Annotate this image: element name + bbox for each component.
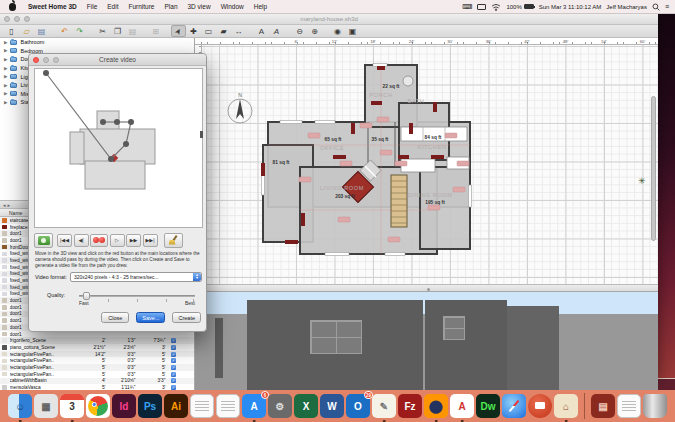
menu-clock[interactable]: Sun Mar 3 11:10:12 AM <box>539 4 602 10</box>
dock-icon[interactable] <box>216 394 240 418</box>
toolbar-button[interactable]: ✂ <box>95 25 110 37</box>
dock-icon[interactable] <box>643 394 667 418</box>
playback-button[interactable]: ▶▶ <box>126 234 141 247</box>
floor-plan[interactable]: N <box>195 38 658 299</box>
playback-button[interactable]: ◀| <box>74 234 89 247</box>
toolbar-button[interactable]: ▤ <box>34 25 49 37</box>
toolbar-button[interactable]: ⊕ <box>307 25 322 37</box>
keyboard-icon[interactable]: ⌨ <box>462 3 472 11</box>
apple-menu-icon[interactable] <box>9 3 16 11</box>
playback-button[interactable] <box>90 234 108 247</box>
visible-checkbox[interactable]: ✓ <box>171 352 176 357</box>
compass[interactable]: N <box>228 92 252 123</box>
tree-symbol[interactable]: ✳ <box>638 176 646 186</box>
dock-icon[interactable]: ☺ <box>8 394 32 418</box>
toolbar-button[interactable]: ✚ <box>186 25 201 37</box>
toolbar-button[interactable]: ⊖ <box>292 25 307 37</box>
preview-resize-grip[interactable] <box>200 131 203 138</box>
dock-icon[interactable]: ✎ <box>372 394 396 418</box>
toolbar-button[interactable]: ↷ <box>72 25 87 37</box>
furniture-row[interactable]: rectangularFivePan.. 5' 0'3" 5' ✓ <box>0 364 194 371</box>
toolbar-button[interactable]: ↶ <box>57 25 72 37</box>
toolbar-button[interactable]: ➤ <box>171 25 186 37</box>
display-icon[interactable] <box>477 4 486 10</box>
visible-checkbox[interactable]: ✓ <box>171 365 176 370</box>
video-format-select[interactable]: 320x240 pixels - 4:3 - 25 frames/sec... … <box>70 272 202 282</box>
menu-item[interactable]: Edit <box>102 3 123 10</box>
furniture-row[interactable]: frigorifero_Scene 2' 1'3" 7'3¾" ✓ <box>0 337 194 344</box>
disclosure-triangle-icon[interactable]: ▶ <box>4 91 7 96</box>
quality-slider-handle[interactable] <box>83 292 90 300</box>
toolbar-button[interactable]: ▰ <box>216 25 231 37</box>
visible-checkbox[interactable]: ✓ <box>171 378 176 383</box>
toolbar-button[interactable]: ↔ <box>231 25 246 37</box>
disclosure-triangle-icon[interactable]: ▶ <box>4 66 7 71</box>
disclosure-triangle-icon[interactable]: ▶ <box>4 48 7 53</box>
dock-icon[interactable] <box>424 394 448 418</box>
disclosure-triangle-icon[interactable]: ▶ <box>4 40 7 45</box>
disclosure-triangle-icon[interactable]: ▶ <box>4 74 7 79</box>
camera-path-preview[interactable] <box>34 68 203 228</box>
menu-item[interactable]: Furniture <box>123 3 159 10</box>
dock-icon[interactable]: A 6 <box>242 394 266 418</box>
furniture-row[interactable]: rectangularFivePan.. 14'2" 0'3" 5' ✓ <box>0 351 194 358</box>
plan-scrollbar[interactable] <box>650 48 656 288</box>
dock-icon[interactable]: W <box>320 394 344 418</box>
dock-icon[interactable] <box>617 394 641 418</box>
dock-icon[interactable] <box>86 394 110 418</box>
toolbar-button[interactable]: ▭ <box>201 25 216 37</box>
dialog-title-bar[interactable]: Create video <box>29 54 206 66</box>
dock-icon[interactable]: Fz <box>398 394 422 418</box>
spotlight-icon[interactable] <box>652 3 660 11</box>
save-video-button[interactable]: Save... <box>136 312 165 323</box>
staircase[interactable] <box>391 175 407 227</box>
furniture-row[interactable]: cabinetWithBasin 4' 2'10⅝" 3'3" ✓ <box>0 378 194 385</box>
playback-button[interactable]: |◀◀ <box>57 234 72 247</box>
disclosure-triangle-icon[interactable]: ▶ <box>4 83 7 88</box>
dock-icon[interactable]: Dw <box>476 394 500 418</box>
furniture-row[interactable]: rectangularFivePan.. 5' 0'3" 5' ✓ <box>0 357 194 364</box>
close-video-button[interactable]: Close <box>101 312 129 323</box>
dock-icon[interactable]: A <box>450 394 474 418</box>
window-title-bar[interactable]: maryland-house.sh3d <box>0 14 658 25</box>
dock-icon[interactable]: Ps <box>138 394 162 418</box>
disclosure-triangle-icon[interactable]: ▶ <box>4 100 7 105</box>
dock-icon[interactable] <box>190 394 214 418</box>
dock-icon[interactable]: Ai <box>164 394 188 418</box>
menu-item[interactable]: Help <box>249 3 272 10</box>
toolbar-button[interactable]: A <box>269 25 284 37</box>
furniture-row[interactable]: piano_cottura_Scene 2'1½" 2'3⅝" 3' ✓ <box>0 344 194 351</box>
dock-icon[interactable]: ⌂ <box>554 394 578 418</box>
dock-icon[interactable] <box>502 394 526 418</box>
toolbar-button[interactable]: ◉ <box>330 25 345 37</box>
toolbar-button[interactable]: A <box>254 25 269 37</box>
notification-center-icon[interactable]: ≡ <box>665 3 669 10</box>
menu-item[interactable]: 3D view <box>183 3 216 10</box>
toolbar-button[interactable]: ▯ <box>4 25 19 37</box>
visible-checkbox[interactable]: ✓ <box>171 372 176 377</box>
menu-item[interactable]: File <box>82 3 102 10</box>
plan-3d-splitter[interactable] <box>195 284 658 292</box>
toolbar-button[interactable]: ▱ <box>19 25 34 37</box>
quality-slider[interactable] <box>79 295 195 297</box>
create-video-button[interactable]: Create <box>172 312 201 323</box>
catalog-category[interactable]: ▶ Bathroom <box>0 38 194 47</box>
plan-view[interactable]: 6'12'18'24'30'36'42'48'54'60' <box>195 38 658 299</box>
visible-checkbox[interactable]: ✓ <box>171 338 176 343</box>
menu-item[interactable]: Sweet Home 3D <box>23 3 82 10</box>
plan-scrollbar-thumb[interactable] <box>651 96 656 241</box>
dock-icon[interactable]: ▤ <box>591 394 615 418</box>
3d-view[interactable] <box>195 292 658 392</box>
playback-button[interactable]: ▷ <box>110 234 125 247</box>
dock-icon[interactable]: X <box>294 394 318 418</box>
playback-button[interactable]: ▶▶| <box>143 234 158 247</box>
dock-icon[interactable]: Id <box>112 394 136 418</box>
menu-user[interactable]: Jeff Macharyas <box>606 4 647 10</box>
wifi-icon[interactable] <box>491 3 501 11</box>
disclosure-triangle-icon[interactable]: ▶ <box>4 57 7 62</box>
menu-item[interactable]: Plan <box>159 3 182 10</box>
toolbar-button[interactable]: ⊞ <box>148 25 163 37</box>
delete-path-button[interactable] <box>164 233 183 248</box>
visible-checkbox[interactable]: ✓ <box>171 345 176 350</box>
menu-item[interactable]: Window <box>216 3 249 10</box>
